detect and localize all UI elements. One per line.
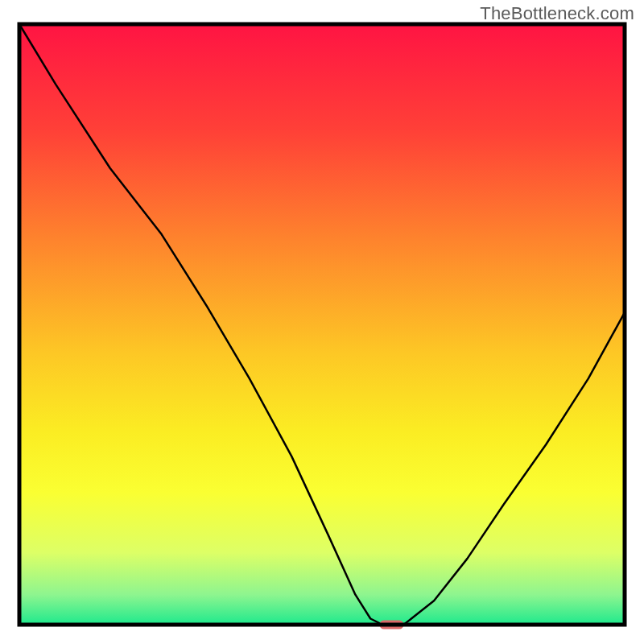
chart-container: TheBottleneck.com bbox=[0, 0, 644, 644]
gradient-background bbox=[19, 24, 625, 625]
watermark-text: TheBottleneck.com bbox=[480, 3, 634, 24]
bottleneck-chart bbox=[0, 0, 644, 644]
